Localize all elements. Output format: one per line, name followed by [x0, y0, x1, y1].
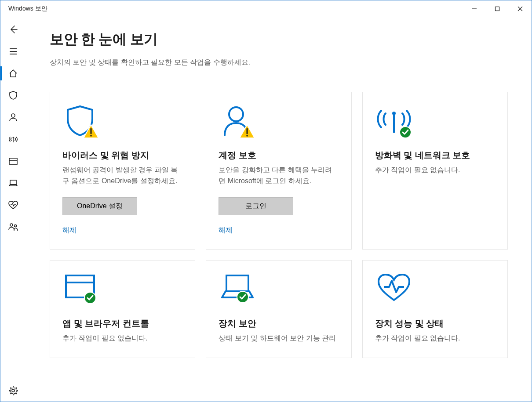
app-window-icon: [8, 157, 18, 166]
tile-account-protection[interactable]: 계정 보호 보안을 강화하고 다른 혜택을 누리려면 Microsoft에 로그…: [206, 92, 351, 250]
tile-desc: 보안을 강화하고 다른 혜택을 누리려면 Microsoft에 로그인 하세요.: [219, 165, 339, 187]
dismiss-link[interactable]: 해제: [62, 226, 182, 235]
dismiss-link[interactable]: 해제: [219, 226, 339, 235]
person-warning-icon: [219, 105, 254, 137]
tile-app-browser[interactable]: 앱 및 브라우저 컨트롤 추가 작업이 필요 없습니다.: [50, 260, 195, 359]
nav-virus-protection[interactable]: [0, 84, 26, 106]
nav-home[interactable]: [0, 62, 26, 84]
svg-point-18: [229, 107, 243, 121]
warning-badge-icon: [239, 124, 255, 139]
svg-rect-1: [496, 7, 499, 11]
tile-device-health[interactable]: 장치 성능 및 상태 추가 작업이 필요 없습니다.: [362, 260, 508, 359]
tile-title: 장치 성능 및 상태: [375, 318, 495, 330]
svg-point-17: [90, 135, 92, 137]
titlebar: Windows 보안: [0, 0, 532, 17]
svg-rect-12: [10, 180, 16, 185]
minimize-icon: [472, 6, 477, 11]
tile-title: 앱 및 브라우저 컨트롤: [62, 318, 182, 330]
tile-desc: 상태 보기 및 하드웨어 보안 기능 관리: [219, 333, 339, 344]
person-icon: [8, 112, 18, 122]
tile-title: 장치 보안: [219, 318, 339, 330]
minimize-button[interactable]: [463, 0, 486, 17]
heart-pulse-large-icon: [375, 273, 410, 305]
tile-desc: 추가 작업이 필요 없습니다.: [375, 165, 495, 176]
nav-device-health[interactable]: [0, 194, 26, 216]
nav-rail: [0, 17, 26, 402]
laptop-ok-icon: [219, 273, 254, 305]
tile-title: 방화벽 및 네트워크 보호: [375, 149, 495, 161]
network-ok-icon: [375, 105, 410, 137]
tile-title: 계정 보호: [219, 149, 339, 161]
hamburger-icon: [9, 47, 18, 56]
app-window-ok-icon: [62, 273, 98, 305]
tile-desc: 추가 작업이 필요 없습니다.: [62, 333, 182, 344]
svg-point-20: [247, 135, 248, 137]
svg-rect-10: [9, 158, 17, 164]
svg-point-7: [11, 114, 15, 117]
home-icon: [8, 69, 18, 78]
nav-device-security[interactable]: [0, 172, 26, 194]
svg-point-15: [12, 389, 15, 392]
laptop-icon: [8, 179, 18, 188]
close-icon: [517, 6, 523, 11]
tile-firewall[interactable]: 방화벽 및 네트워크 보호 추가 작업이 필요 없습니다.: [362, 92, 508, 250]
window-title: Windows 보안: [8, 5, 47, 13]
tile-desc: 추가 작업이 필요 없습니다.: [375, 333, 495, 344]
warning-badge-icon: [83, 124, 99, 139]
back-button[interactable]: [0, 18, 26, 40]
page-title: 보안 한 눈에 보기: [50, 30, 508, 49]
tiles-grid: 바이러스 및 위협 방지 랜섬웨어 공격이 발생할 경우 파일 복구 옵션으로 …: [50, 92, 508, 358]
nav-app-browser[interactable]: [0, 150, 26, 172]
maximize-button[interactable]: [486, 0, 509, 17]
page-subtitle: 장치의 보안 및 상태를 확인하고 필요한 모든 작업을 수행하세요.: [50, 58, 508, 67]
maximize-icon: [495, 6, 500, 11]
svg-point-14: [15, 225, 17, 227]
svg-point-13: [10, 224, 13, 226]
svg-point-9: [13, 137, 14, 138]
svg-point-22: [392, 112, 396, 115]
check-badge-icon: [84, 291, 97, 304]
onedrive-setup-button[interactable]: OneDrive 설정: [62, 197, 137, 215]
nav-firewall[interactable]: [0, 128, 26, 150]
people-icon: [8, 222, 18, 232]
check-badge-icon: [399, 126, 412, 139]
app-window: Windows 보안: [0, 0, 532, 402]
shield-icon: [8, 91, 18, 100]
check-badge-icon: [236, 290, 249, 304]
tile-device-security[interactable]: 장치 보안 상태 보기 및 하드웨어 보안 기능 관리: [206, 260, 351, 359]
nav-menu-button[interactable]: [0, 40, 26, 62]
nav-settings[interactable]: [0, 380, 26, 402]
gear-icon: [8, 386, 18, 395]
tile-virus-protection[interactable]: 바이러스 및 위협 방지 랜섬웨어 공격이 발생할 경우 파일 복구 옵션으로 …: [50, 92, 195, 250]
main-content[interactable]: 보안 한 눈에 보기 장치의 보안 및 상태를 확인하고 필요한 모든 작업을 …: [26, 17, 532, 402]
heart-pulse-icon: [8, 200, 18, 210]
tile-desc: 랜섬웨어 공격이 발생할 경우 파일 복구 옵션으로 OneDrive를 설정하…: [62, 165, 182, 187]
back-arrow-icon: [8, 25, 18, 34]
shield-warning-icon: [62, 105, 98, 137]
nav-family-options[interactable]: [0, 216, 26, 238]
close-button[interactable]: [509, 0, 532, 17]
svg-rect-27: [226, 275, 248, 291]
login-button[interactable]: 로그인: [219, 197, 293, 215]
network-icon: [8, 134, 18, 144]
tile-title: 바이러스 및 위협 방지: [62, 149, 182, 161]
nav-account-protection[interactable]: [0, 106, 26, 128]
